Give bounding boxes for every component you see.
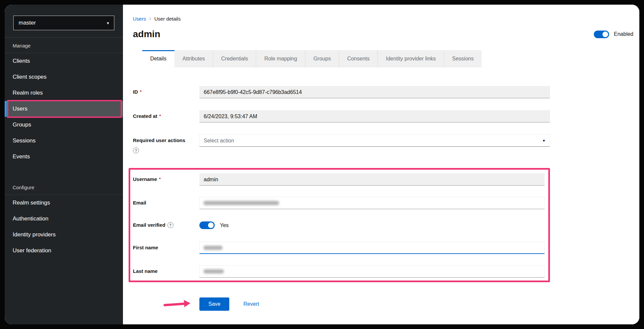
- nav-section-manage-label: Manage: [5, 38, 123, 53]
- realm-selector[interactable]: master ▾: [13, 16, 114, 30]
- sidebar-item-identity-providers[interactable]: Identity providers: [5, 227, 123, 243]
- sidebar-item-authentication[interactable]: Authentication: [5, 211, 123, 227]
- annotation-arrow-save: [163, 299, 190, 309]
- tab-bar: Details Attributes Credentials Role mapp…: [142, 50, 633, 67]
- title-row: admin Enabled: [133, 29, 633, 40]
- sidebar-item-users-label: Users: [13, 106, 27, 112]
- created-at-field: [199, 110, 550, 123]
- email-field[interactable]: [199, 197, 545, 209]
- sidebar-item-realm-settings[interactable]: Realm settings: [5, 195, 123, 211]
- tab-credentials[interactable]: Credentials: [213, 50, 257, 67]
- email-label: Email: [133, 200, 146, 206]
- email-label-col: Email: [133, 197, 199, 206]
- nav-section-configure-label: Configure: [5, 179, 123, 195]
- breadcrumb: Users › User details: [133, 16, 633, 22]
- tab-details[interactable]: Details: [142, 50, 174, 67]
- tab-attributes[interactable]: Attributes: [174, 50, 213, 67]
- enabled-group: Enabled: [594, 31, 633, 38]
- app-window: master ▾ Manage Clients Client scopes Re…: [5, 5, 639, 324]
- arrow-head-icon: [184, 299, 190, 307]
- required-user-actions-label: Required user actions: [133, 137, 185, 143]
- required-asterisk: *: [159, 113, 161, 118]
- save-button[interactable]: Save: [199, 297, 229, 311]
- first-name-field[interactable]: [199, 242, 545, 254]
- tab-identity-provider-links[interactable]: Identity provider links: [378, 50, 444, 67]
- user-details-form: ID * Created at *: [133, 86, 550, 311]
- main-content: Users › User details admin Enabled Detai…: [123, 5, 639, 324]
- sidebar-item-client-scopes[interactable]: Client scopes: [5, 69, 123, 85]
- breadcrumb-separator-icon: ›: [149, 16, 151, 22]
- created-at-label-col: Created at *: [133, 110, 199, 119]
- sidebar-item-sessions[interactable]: Sessions: [5, 133, 123, 149]
- field-row-first-name: First name: [133, 242, 545, 254]
- page-title: admin: [133, 29, 160, 40]
- chevron-down-icon: ▾: [107, 21, 109, 26]
- required-user-actions-label-col: Required user actions ?: [133, 134, 199, 153]
- sidebar: master ▾ Manage Clients Client scopes Re…: [5, 5, 123, 324]
- id-label: ID: [133, 89, 138, 95]
- sidebar-item-events[interactable]: Events: [5, 149, 123, 165]
- help-icon[interactable]: ?: [133, 147, 139, 153]
- field-row-id: ID *: [133, 86, 550, 98]
- tab-role-mapping[interactable]: Role mapping: [256, 50, 305, 67]
- revert-link[interactable]: Revert: [243, 301, 259, 307]
- realm-selector-value: master: [19, 20, 36, 26]
- sidebar-item-groups[interactable]: Groups: [5, 117, 123, 133]
- last-name-label-col: Last name: [133, 265, 199, 274]
- email-verified-label-col: Email verified ?: [133, 219, 199, 228]
- field-row-created-at: Created at *: [133, 110, 550, 123]
- form-actions: Save Revert: [133, 297, 550, 311]
- toggle-knob: [208, 222, 214, 228]
- id-field: [199, 86, 550, 98]
- enabled-label: Enabled: [614, 31, 633, 37]
- required-asterisk: *: [140, 89, 142, 94]
- email-verified-state-label: Yes: [220, 222, 229, 228]
- field-row-email: Email: [133, 197, 545, 209]
- username-label: Username: [133, 176, 157, 182]
- help-icon[interactable]: ?: [167, 222, 173, 228]
- sidebar-item-user-federation[interactable]: User federation: [5, 243, 123, 259]
- created-at-label: Created at: [133, 113, 157, 119]
- breadcrumb-users-link[interactable]: Users: [133, 16, 146, 22]
- username-field: [199, 173, 545, 186]
- email-verified-toggle[interactable]: [199, 221, 215, 229]
- tab-sessions[interactable]: Sessions: [444, 50, 482, 67]
- field-row-email-verified: Email verified ? Yes: [133, 219, 545, 229]
- toggle-knob: [602, 32, 608, 37]
- arrow-line: [163, 302, 185, 306]
- tab-groups[interactable]: Groups: [305, 50, 339, 67]
- sidebar-item-realm-roles[interactable]: Realm roles: [5, 85, 123, 101]
- select-placeholder: Select action: [204, 138, 234, 144]
- enabled-toggle[interactable]: [594, 31, 609, 38]
- first-name-label: First name: [133, 245, 158, 250]
- required-asterisk: *: [159, 176, 161, 181]
- email-verified-label: Email verified: [133, 222, 165, 228]
- annotated-field-group: Username * Email: [129, 168, 550, 282]
- nav-manage: Clients Client scopes Realm roles Users …: [5, 53, 123, 165]
- last-name-field[interactable]: [199, 265, 545, 278]
- breadcrumb-current: User details: [155, 16, 181, 22]
- nav-configure: Realm settings Authentication Identity p…: [5, 195, 123, 259]
- field-row-username: Username *: [133, 173, 545, 186]
- username-label-col: Username *: [133, 173, 199, 182]
- chevron-down-icon: ▾: [543, 138, 545, 143]
- tab-consents[interactable]: Consents: [339, 50, 378, 67]
- sidebar-item-users[interactable]: Users: [5, 101, 123, 117]
- first-name-label-col: First name: [133, 242, 199, 250]
- id-label-col: ID *: [133, 86, 199, 95]
- sidebar-item-clients[interactable]: Clients: [5, 53, 123, 69]
- field-row-last-name: Last name: [133, 265, 545, 278]
- field-row-required-user-actions: Required user actions ? Select action ▾: [133, 134, 550, 153]
- last-name-label: Last name: [133, 268, 158, 274]
- required-user-actions-select[interactable]: Select action ▾: [199, 134, 550, 147]
